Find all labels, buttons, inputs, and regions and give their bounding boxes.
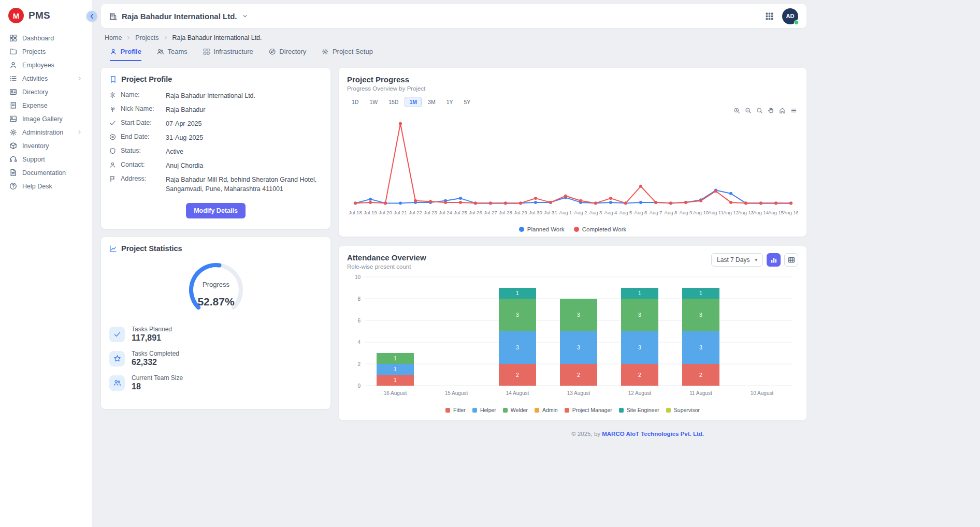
sidebar-item-label: Administration (22, 129, 71, 136)
avatar[interactable]: AD (782, 8, 798, 24)
sidebar-item-expense[interactable]: Expense (5, 99, 87, 112)
magnifier-icon[interactable] (756, 107, 763, 114)
field-value: Raja Bahadur International Ltd. (166, 91, 322, 100)
legend-item-supervisor[interactable]: Supervisor (666, 407, 700, 413)
svg-text:1: 1 (699, 290, 702, 296)
svg-text:11 August: 11 August (689, 390, 712, 396)
svg-text:Aug 15: Aug 15 (768, 210, 784, 215)
range-5y[interactable]: 5Y (459, 97, 475, 107)
chevron-left-icon (88, 12, 96, 20)
svg-text:2: 2 (577, 372, 580, 378)
field-value: Active (166, 147, 322, 156)
breadcrumb-item[interactable]: Projects (135, 34, 158, 41)
modify-details-button[interactable]: Modify Details (186, 203, 246, 218)
range-1m[interactable]: 1M (405, 97, 422, 107)
sidebar-item-inventory[interactable]: Inventory (5, 139, 87, 152)
table-view-toggle[interactable] (784, 253, 798, 267)
sidebar-item-documentation[interactable]: Documentation (5, 166, 87, 179)
svg-text:Jul 31: Jul 31 (544, 210, 557, 215)
chevron-right-icon (77, 129, 82, 135)
range-selector: 1D1W15D1M3M1Y5Y (347, 97, 798, 107)
zoom-in-icon[interactable] (733, 107, 740, 114)
online-status-dot (794, 20, 799, 25)
sidebar-item-label: Projects (22, 48, 82, 55)
attendance-bar-chart[interactable]: 024681016 August11115 August14 August233… (347, 272, 798, 405)
svg-text:Aug 8: Aug 8 (665, 210, 678, 215)
svg-text:10: 10 (355, 274, 361, 280)
menu-icon[interactable] (790, 107, 797, 114)
sidebar-item-employees[interactable]: Employees (5, 58, 87, 71)
svg-text:Aug 2: Aug 2 (574, 210, 587, 215)
support-icon (9, 155, 17, 163)
legend-item-completed-work[interactable]: Completed Work (574, 226, 626, 232)
date-range-select[interactable]: Last 7 Days ▾ (711, 253, 763, 267)
svg-text:Aug 6: Aug 6 (635, 210, 647, 215)
legend-item-admin[interactable]: Admin (535, 407, 558, 413)
home-icon[interactable] (779, 107, 786, 114)
sidebar-item-administration[interactable]: Administration (5, 126, 87, 139)
left-column: Project Profile Name:Raja Bahadur Intern… (101, 68, 330, 409)
field-value: Raja Bahadur (166, 105, 322, 114)
bar-chart-mount[interactable]: 024681016 August11115 August14 August233… (347, 272, 798, 407)
sidebar-item-projects[interactable]: Projects (5, 45, 87, 58)
range-1d[interactable]: 1D (347, 97, 363, 107)
sidebar-item-support[interactable]: Support (5, 153, 87, 166)
sidebar-item-image-gallery[interactable]: Image Gallery (5, 112, 87, 125)
bookmark-icon (109, 76, 117, 83)
tab-label: Infrastructure (213, 48, 253, 55)
bar-chart-view-toggle[interactable] (767, 253, 781, 267)
right-column: Project Progress Progress Overview by Pr… (339, 68, 806, 437)
legend-item-project-manager[interactable]: Project Manager (565, 407, 612, 413)
sidebar-item-help-desk[interactable]: Help Desk (5, 180, 87, 193)
stats-list: Tasks Planned117,891Tasks Completed62,33… (109, 322, 322, 395)
tab-project-setup[interactable]: Project Setup (322, 48, 373, 61)
project-progress-line-chart[interactable]: Jul 18Jul 19Jul 20Jul 21Jul 22Jul 23Jul … (347, 108, 798, 225)
svg-text:Jul 24: Jul 24 (439, 210, 452, 215)
sidebar-item-dashboard[interactable]: Dashboard (5, 32, 87, 45)
sidebar-item-directory[interactable]: Directory (5, 85, 87, 98)
range-1w[interactable]: 1W (365, 97, 382, 107)
range-3m[interactable]: 3M (423, 97, 440, 107)
view-toggles (767, 253, 798, 267)
legend-swatch (535, 408, 539, 413)
tab-teams[interactable]: Teams (157, 48, 188, 61)
person-icon (110, 48, 117, 55)
tab-directory[interactable]: Directory (269, 48, 307, 61)
sidebar-item-activities[interactable]: Activities (5, 72, 87, 85)
profile-field-status: Status:Active (109, 145, 322, 159)
stat-label: Current Team Size (132, 374, 183, 382)
legend-label: Supervisor (674, 407, 700, 413)
breadcrumb-item[interactable]: Home (105, 34, 122, 41)
tab-label: Directory (279, 48, 306, 55)
svg-text:Aug 4: Aug 4 (604, 210, 617, 215)
tab-infrastructure[interactable]: Infrastructure (203, 48, 253, 61)
app-logo[interactable]: M PMS (0, 0, 92, 32)
tab-profile[interactable]: Profile (110, 48, 141, 61)
apps-grid-icon[interactable] (765, 12, 774, 21)
legend-item-fitter[interactable]: Fitter (445, 407, 466, 413)
pan-icon[interactable] (768, 107, 774, 114)
card-title: Project Profile (121, 75, 172, 83)
sidebar-collapse-button[interactable] (87, 11, 97, 21)
content: Raja Bahadur International Ltd. AD HomeP… (101, 4, 806, 437)
svg-text:3: 3 (638, 344, 641, 350)
profile-field-name: Name:Raja Bahadur International Ltd. (109, 89, 322, 103)
legend-item-welder[interactable]: Welder (503, 407, 528, 413)
legend-item-planned-work[interactable]: Planned Work (519, 226, 565, 232)
legend-swatch (619, 408, 624, 413)
company-selector[interactable]: Raja Bahadur International Ltd. (109, 12, 248, 21)
footer-company-link[interactable]: MARCO AIoT Technologies Pvt. Ltd. (602, 431, 704, 437)
range-15d[interactable]: 15D (384, 97, 403, 107)
svg-text:Aug 9: Aug 9 (680, 210, 693, 215)
legend-item-helper[interactable]: Helper (472, 407, 496, 413)
zoom-out-icon[interactable] (745, 107, 752, 114)
legend-item-site-engineer[interactable]: Site Engineer (619, 407, 659, 413)
range-1y[interactable]: 1Y (442, 97, 458, 107)
svg-text:Aug 5: Aug 5 (619, 210, 632, 215)
line-chart-mount[interactable]: Jul 18Jul 19Jul 20Jul 21Jul 22Jul 23Jul … (347, 108, 798, 226)
directory-icon (9, 88, 17, 96)
chevron-down-icon (242, 13, 248, 19)
card-header: Project Profile (109, 75, 322, 83)
svg-text:2: 2 (699, 372, 702, 378)
svg-text:Jul 30: Jul 30 (529, 210, 542, 215)
